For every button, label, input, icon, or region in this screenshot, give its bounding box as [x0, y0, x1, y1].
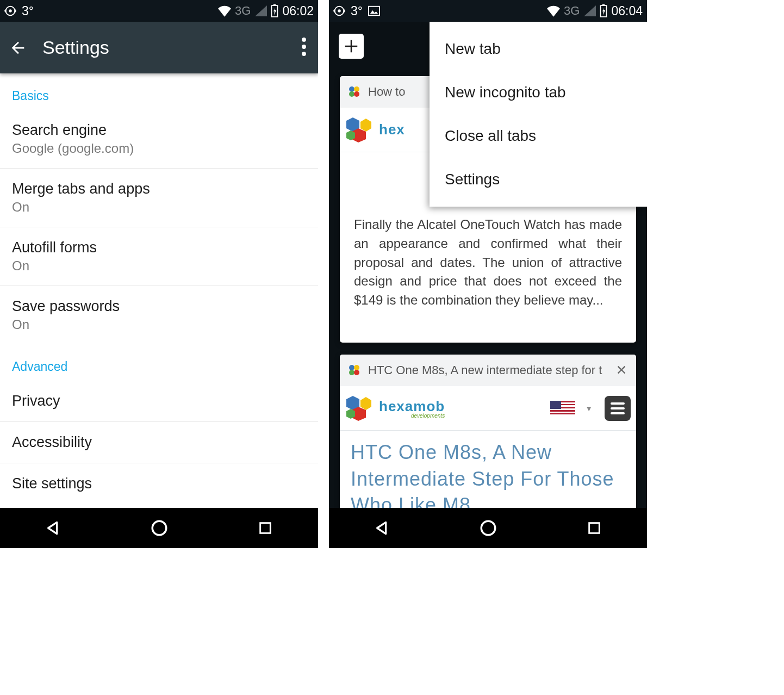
nav-back-button[interactable] [43, 518, 64, 538]
signal-icon [255, 5, 267, 16]
setting-title: Privacy [12, 393, 306, 409]
setting-title: Site settings [12, 475, 306, 492]
svg-point-1 [9, 9, 12, 13]
status-bar: 3° 3G 06:04 [329, 0, 647, 22]
svg-marker-19 [360, 119, 371, 132]
svg-point-14 [349, 86, 354, 92]
svg-point-23 [354, 365, 359, 370]
favicon-icon [347, 85, 362, 99]
status-temperature: 3° [351, 4, 363, 18]
favicon-icon [347, 363, 362, 377]
svg-rect-11 [369, 7, 379, 16]
setting-search-engine[interactable]: Search engine Google (google.com) [0, 110, 318, 169]
svg-point-6 [302, 52, 306, 56]
site-logo: hex [345, 116, 405, 144]
svg-point-25 [354, 370, 359, 375]
close-tab-button[interactable] [615, 364, 629, 377]
svg-marker-27 [360, 397, 371, 410]
setting-title: Merge tabs and apps [12, 181, 306, 197]
settings-list[interactable]: Basics Search engine Google (google.com)… [0, 73, 318, 508]
setting-title: Search engine [12, 122, 306, 139]
battery-charging-icon [599, 4, 608, 17]
back-button[interactable] [9, 39, 27, 57]
setting-autofill-forms[interactable]: Autofill forms On [0, 227, 318, 286]
setting-title: Autofill forms [12, 239, 306, 256]
tab-card-header[interactable]: HTC One M8s, A new intermediate step for… [340, 355, 636, 386]
setting-privacy[interactable]: Privacy [0, 381, 318, 422]
setting-subtitle: On [12, 317, 306, 332]
section-header-advanced: Advanced [0, 344, 318, 381]
new-tab-button[interactable] [339, 34, 364, 59]
svg-rect-8 [260, 523, 270, 533]
nav-recents-button[interactable] [255, 518, 276, 538]
site-logo-text: hexamob [379, 398, 445, 414]
tab-card-title: HTC One M8s, A new intermediate step for… [368, 363, 609, 377]
tab-card-preview: hexamob developments ▼ HTC One M8s, A Ne… [340, 386, 636, 508]
app-bar: Settings [0, 22, 318, 73]
status-clock: 06:02 [282, 4, 314, 18]
setting-accessibility[interactable]: Accessibility [0, 422, 318, 463]
setting-subtitle: Google (google.com) [12, 141, 306, 156]
nav-back-button[interactable] [372, 518, 393, 538]
svg-point-10 [338, 9, 341, 13]
status-clock: 06:04 [611, 4, 643, 18]
menu-item-new-incognito-tab[interactable]: New incognito tab [430, 71, 647, 114]
chevron-down-icon[interactable]: ▼ [585, 404, 593, 413]
site-header: hexamob developments ▼ [340, 386, 636, 431]
phone-tabs-screen: 3° 3G 06:04 [329, 0, 647, 548]
network-type: 3G [235, 4, 251, 18]
setting-subtitle: On [12, 258, 306, 274]
menu-item-new-tab[interactable]: New tab [430, 27, 647, 71]
setting-subtitle: On [12, 200, 306, 215]
svg-point-24 [349, 370, 354, 375]
battery-charging-icon [270, 4, 279, 17]
svg-rect-31 [589, 523, 599, 533]
menu-item-close-all-tabs[interactable]: Close all tabs [430, 114, 647, 158]
app-bar-title: Settings [42, 37, 109, 58]
nav-home-button[interactable] [149, 518, 170, 538]
setting-title: Accessibility [12, 434, 306, 451]
tab-card[interactable]: HTC One M8s, A new intermediate step for… [340, 355, 636, 508]
svg-rect-3 [273, 4, 276, 5]
sync-icon [333, 5, 345, 17]
article-heading: HTC One M8s, A New Intermediate Step For… [340, 431, 636, 508]
sync-icon [4, 5, 16, 17]
menu-item-settings[interactable]: Settings [430, 158, 647, 201]
svg-point-17 [354, 91, 359, 97]
status-temperature: 3° [22, 4, 34, 18]
setting-title: Save passwords [12, 298, 306, 315]
status-bar: 3° 3G 06:02 [0, 0, 318, 22]
svg-point-7 [152, 521, 166, 535]
setting-site-settings[interactable]: Site settings [0, 463, 318, 495]
nav-recents-button[interactable] [584, 518, 605, 538]
svg-point-30 [481, 521, 495, 535]
setting-save-passwords[interactable]: Save passwords On [0, 286, 318, 344]
phone-settings-screen: 3° 3G 06:02 Settings Basics Search e [0, 0, 318, 548]
section-header-basics: Basics [0, 73, 318, 110]
svg-point-5 [302, 45, 306, 49]
tab-switcher[interactable]: How to hex [329, 22, 647, 508]
wifi-icon [546, 5, 561, 17]
svg-point-15 [354, 86, 359, 92]
svg-point-16 [349, 91, 354, 97]
svg-point-4 [302, 38, 306, 42]
hamburger-menu-button[interactable] [605, 396, 631, 421]
image-notification-icon [368, 5, 380, 16]
article-body: Finally the Alcatel OneTouch Watch has m… [340, 212, 636, 315]
svg-point-22 [349, 365, 354, 370]
overflow-menu: New tab New incognito tab Close all tabs… [430, 22, 647, 207]
wifi-icon [217, 5, 232, 17]
signal-icon [584, 5, 596, 16]
flag-us-icon[interactable] [550, 401, 575, 416]
navigation-bar [0, 508, 318, 548]
overflow-menu-button[interactable] [302, 38, 306, 58]
site-logo: hexamob developments [345, 395, 445, 422]
setting-merge-tabs[interactable]: Merge tabs and apps On [0, 169, 318, 227]
svg-rect-13 [602, 4, 605, 5]
network-type: 3G [564, 4, 580, 18]
navigation-bar [329, 508, 647, 548]
nav-home-button[interactable] [478, 518, 499, 538]
site-logo-text: hex [379, 121, 405, 138]
